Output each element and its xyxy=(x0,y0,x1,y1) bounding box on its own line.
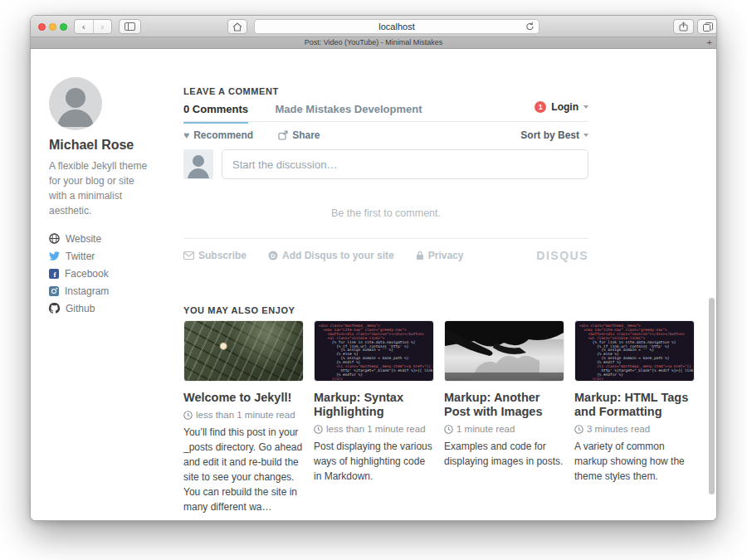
scrollbar-thumb[interactable] xyxy=(709,298,715,494)
post-read-time: 1 minute read xyxy=(444,424,564,434)
close-window-button[interactable] xyxy=(38,23,46,31)
sidebar-link-facebook[interactable]: f Facebook xyxy=(49,268,165,279)
post-read-time: less than 1 minute read xyxy=(314,424,434,434)
sort-selector[interactable]: Sort by Best xyxy=(520,129,588,141)
share-thread-button[interactable]: Share xyxy=(278,129,320,141)
post-thumbnail[interactable]: <div class="masthead__menu"> <nav id="si… xyxy=(314,320,434,382)
clock-icon xyxy=(183,411,193,420)
facebook-icon: f xyxy=(49,269,59,279)
disqus-tab-row: 0 Comments Made Mistakes Development 1 L… xyxy=(183,101,588,122)
url-text: localhost xyxy=(255,22,539,32)
sidebar-link-twitter[interactable]: Twitter xyxy=(49,251,165,261)
post-title[interactable]: Markup: Syntax Highlighting xyxy=(314,391,434,419)
forward-button[interactable]: › xyxy=(93,20,112,33)
chevron-down-icon xyxy=(583,105,588,109)
comment-input[interactable] xyxy=(222,149,588,179)
author-bio: A flexible Jekyll theme for your blog or… xyxy=(49,158,154,218)
forum-name-tab[interactable]: Made Mistakes Development xyxy=(275,103,422,115)
author-profile: Michael Rose A flexible Jekyll theme for… xyxy=(49,77,165,320)
login-control[interactable]: 1 Login xyxy=(535,101,588,113)
empty-state-text: Be the first to comment. xyxy=(183,207,588,219)
recommend-button[interactable]: ♥ Recommend xyxy=(183,129,253,141)
related-post-card[interactable]: Markup: Another Post with Images 1 minut… xyxy=(444,320,564,514)
browser-window: ‹ › localhost xyxy=(30,15,717,521)
post-thumbnail[interactable] xyxy=(183,320,304,382)
notification-badge: 1 xyxy=(535,101,546,113)
related-post-card[interactable]: <div class="masthead__menu"> <nav id="si… xyxy=(314,320,434,514)
sidebar-link-instagram[interactable]: Instagram xyxy=(49,285,165,296)
post-title[interactable]: Markup: HTML Tags and Formatting xyxy=(574,391,695,419)
lock-icon xyxy=(416,251,424,261)
subscribe-link[interactable]: Subscribe xyxy=(183,250,247,261)
post-thumbnail[interactable]: <div class="masthead__menu"> <nav id="si… xyxy=(574,320,695,382)
sidebar-toggle-button[interactable] xyxy=(119,19,141,34)
login-label: Login xyxy=(551,101,579,113)
post-excerpt: You’ll find this post in your _posts dir… xyxy=(183,425,304,514)
post-read-time: less than 1 minute read xyxy=(183,410,304,420)
svg-text:D: D xyxy=(271,252,276,260)
post-thumbnail[interactable] xyxy=(444,320,564,382)
refresh-icon[interactable] xyxy=(525,22,535,32)
address-bar[interactable]: localhost xyxy=(254,19,540,34)
home-button[interactable] xyxy=(227,19,247,34)
active-tab[interactable]: Post: Video (YouTube) - Minimal Mistakes xyxy=(31,38,716,46)
disqus-footer: Subscribe D Add Disqus to your site Priv… xyxy=(183,249,588,262)
share-button[interactable] xyxy=(673,19,694,34)
post-read-time: 3 minutes read xyxy=(574,424,695,434)
show-tabs-button[interactable] xyxy=(697,19,717,34)
comment-composer xyxy=(183,149,588,179)
clock-icon xyxy=(314,425,323,434)
add-disqus-link[interactable]: D Add Disqus to your site xyxy=(268,250,394,261)
nav-button-group: ‹ › xyxy=(74,19,112,34)
sidebar-link-website[interactable]: Website xyxy=(49,233,165,244)
back-button[interactable]: ‹ xyxy=(75,20,93,33)
author-name: Michael Rose xyxy=(49,138,165,153)
share-icon xyxy=(679,22,688,32)
post-excerpt: Examples and code for displaying images … xyxy=(444,439,564,469)
envelope-icon xyxy=(183,251,194,260)
zoom-window-button[interactable] xyxy=(60,23,67,31)
post-title[interactable]: Welcome to Jekyll! xyxy=(183,391,304,405)
new-tab-button[interactable]: + xyxy=(707,37,712,48)
tabs-overview-icon xyxy=(703,22,713,32)
github-icon xyxy=(49,303,60,314)
related-heading: YOU MAY ALSO ENJOY xyxy=(183,305,295,315)
avatar xyxy=(49,77,102,130)
sidebar-icon xyxy=(124,22,135,31)
post-title[interactable]: Markup: Another Post with Images xyxy=(444,391,564,419)
post-excerpt: A variety of common markup showing how t… xyxy=(574,439,695,484)
website-icon xyxy=(49,233,60,244)
page-content: Michael Rose A flexible Jekyll theme for… xyxy=(31,50,716,521)
tab-bar: Post: Video (YouTube) - Minimal Mistakes… xyxy=(31,37,716,49)
instagram-icon xyxy=(49,286,59,296)
chevron-down-icon xyxy=(583,134,588,137)
minimize-window-button[interactable] xyxy=(49,23,56,31)
twitter-icon xyxy=(49,251,60,261)
clock-icon xyxy=(444,425,453,434)
related-post-card[interactable]: <div class="masthead__menu"> <nav id="si… xyxy=(574,320,695,514)
share-thread-icon xyxy=(278,130,288,140)
disqus-d-icon: D xyxy=(268,251,278,261)
disqus-logo[interactable]: DISQUS xyxy=(536,249,588,262)
disqus-action-row: ♥ Recommend Share Sort by Best xyxy=(183,129,588,141)
clock-icon xyxy=(574,425,583,434)
post-excerpt: Post displaying the various ways of high… xyxy=(314,439,434,484)
related-post-card[interactable]: Welcome to Jekyll! less than 1 minute re… xyxy=(183,320,304,514)
comment-count-tab[interactable]: 0 Comments xyxy=(183,103,248,124)
guest-avatar xyxy=(183,149,213,179)
heart-icon: ♥ xyxy=(183,129,189,141)
sidebar-link-github[interactable]: Github xyxy=(49,303,165,314)
divider xyxy=(183,238,588,239)
home-icon xyxy=(232,22,242,32)
browser-toolbar: ‹ › localhost xyxy=(31,16,716,37)
comments-heading: LEAVE A COMMENT xyxy=(183,86,279,96)
author-links: Website Twitter f Facebook Instagram Git… xyxy=(49,233,165,314)
related-posts: Welcome to Jekyll! less than 1 minute re… xyxy=(183,320,695,514)
privacy-link[interactable]: Privacy xyxy=(416,250,464,261)
